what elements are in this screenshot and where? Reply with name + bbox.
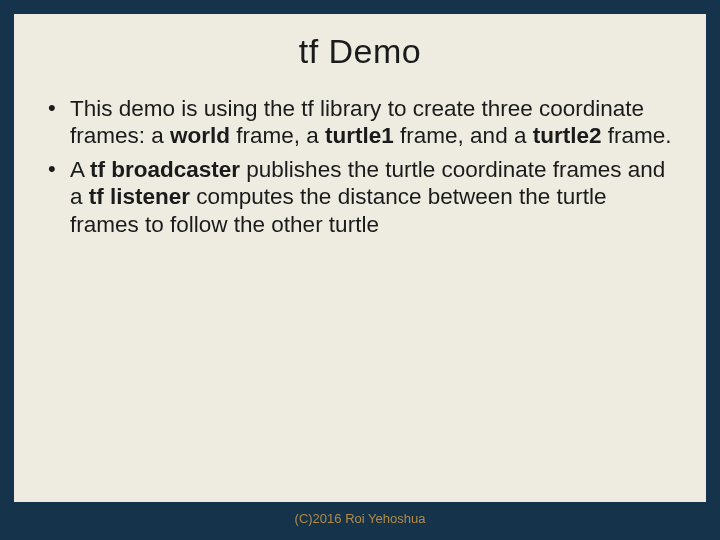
list-item: A tf broadcaster publishes the turtle co… <box>44 156 676 238</box>
bold-text: tf broadcaster <box>90 157 240 182</box>
text: frame, a <box>230 123 325 148</box>
slide: tf Demo This demo is using the tf librar… <box>14 14 706 502</box>
slide-title: tf Demo <box>44 32 676 71</box>
bullet-list: This demo is using the tf library to cre… <box>44 95 676 238</box>
list-item: This demo is using the tf library to cre… <box>44 95 676 150</box>
text: frame. <box>601 123 671 148</box>
bold-text: tf listener <box>89 184 190 209</box>
bold-text: turtle2 <box>533 123 602 148</box>
text: frame, and a <box>394 123 533 148</box>
text: A <box>70 157 90 182</box>
bold-text: world <box>170 123 230 148</box>
slide-body: This demo is using the tf library to cre… <box>44 95 676 238</box>
slide-footer: (C)2016 Roi Yehoshua <box>0 511 720 526</box>
bold-text: turtle1 <box>325 123 394 148</box>
